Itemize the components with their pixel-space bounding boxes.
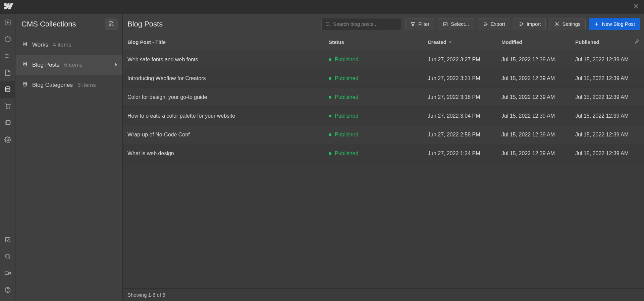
col-modified[interactable]: Modified (501, 39, 575, 45)
col-status[interactable]: Status (329, 39, 428, 45)
table-row[interactable]: Color for design: your go-to guide Publi… (123, 88, 644, 107)
svg-point-16 (326, 22, 329, 25)
svg-point-14 (23, 62, 27, 63)
select-button[interactable]: Select... (438, 18, 474, 30)
status-dot-icon (329, 152, 331, 155)
rail-video-icon[interactable] (0, 265, 15, 282)
sort-desc-icon (448, 41, 452, 44)
select-label: Select... (451, 21, 469, 27)
add-collection-button[interactable] (105, 18, 118, 30)
cell-modified: Jul 15, 2022 12:39 AM (501, 75, 575, 81)
search-icon (325, 21, 330, 27)
status-text: Published (335, 150, 358, 157)
import-label: Import (527, 21, 541, 27)
filter-icon (410, 21, 416, 27)
search-input[interactable] (333, 21, 398, 27)
cell-published: Jul 15, 2022 12:39 AM (575, 132, 639, 138)
svg-point-8 (5, 254, 9, 258)
svg-point-6 (7, 139, 9, 141)
rail-audits-icon[interactable] (0, 231, 15, 248)
svg-rect-7 (5, 237, 10, 242)
svg-point-15 (23, 82, 27, 83)
svg-point-11 (8, 291, 8, 292)
collection-count: 4 items (53, 42, 71, 48)
search-box[interactable] (321, 18, 402, 30)
table-row[interactable]: Introducing Webflow for Creators Publish… (123, 69, 644, 88)
rail-navigator-icon[interactable] (0, 48, 15, 64)
cell-created: Jun 27, 2022 3:21 PM (428, 75, 501, 81)
database-icon (22, 62, 28, 68)
table-footer: Showing 1-6 of 6 (123, 288, 644, 301)
rail-elements-icon[interactable] (0, 31, 15, 48)
icon-rail (0, 14, 15, 301)
col-created[interactable]: Created (428, 39, 501, 45)
collection-label: Blog Categories (32, 82, 73, 88)
rail-help-icon[interactable] (0, 282, 15, 298)
settings-button[interactable]: Settings (549, 18, 585, 30)
collection-label: Works (32, 42, 48, 48)
cell-status: Published (329, 132, 428, 138)
sidebar-item-works[interactable]: Works 4 items (15, 35, 122, 55)
cell-created: Jun 27, 2022 3:18 PM (428, 94, 501, 100)
collection-count: 6 items (64, 62, 83, 68)
rail-cms-icon[interactable] (0, 81, 15, 98)
new-item-button[interactable]: New Blog Post (589, 18, 640, 30)
cell-published: Jul 15, 2022 12:39 AM (575, 57, 639, 63)
table-header: Blog Post - Title Status Created Modifie… (123, 34, 644, 50)
cell-modified: Jul 15, 2022 12:39 AM (501, 132, 575, 138)
filter-button[interactable]: Filter (405, 18, 434, 30)
table-row[interactable]: How to create a color palette for your w… (123, 107, 644, 125)
status-text: Published (335, 94, 358, 100)
sidebar-title: CMS Collections (21, 20, 76, 28)
gear-icon (554, 21, 559, 27)
cell-published: Jul 15, 2022 12:39 AM (575, 150, 639, 157)
svg-point-1 (5, 87, 10, 88)
chevron-right-icon (114, 62, 118, 68)
col-published[interactable]: Published (575, 39, 632, 45)
table-row[interactable]: What is web design Published Jun 27, 202… (123, 144, 644, 163)
sidebar-item-blog-posts[interactable]: Blog Posts 6 items (15, 55, 122, 75)
export-button[interactable]: Export (478, 18, 510, 30)
rail-add-icon[interactable] (0, 14, 15, 31)
svg-rect-17 (444, 22, 447, 26)
main-title: Blog Posts (127, 20, 163, 28)
rail-ecommerce-icon[interactable] (0, 98, 15, 115)
import-icon (519, 21, 524, 27)
webflow-logo-icon[interactable] (4, 3, 13, 11)
main-panel: Blog Posts Filter Select... Export (123, 14, 644, 301)
svg-point-3 (9, 108, 10, 109)
database-icon (22, 42, 28, 48)
svg-point-13 (23, 42, 27, 43)
sidebar-item-blog-categories[interactable]: Blog Categories 3 items (15, 75, 122, 95)
table-row[interactable]: Web safe fonts and web fonts Published J… (123, 50, 644, 69)
col-title[interactable]: Blog Post - Title (127, 39, 329, 45)
export-icon (483, 21, 488, 27)
status-text: Published (335, 75, 358, 81)
rail-pages-icon[interactable] (0, 64, 15, 81)
cell-status: Published (329, 57, 428, 63)
rail-assets-icon[interactable] (0, 115, 15, 131)
top-bar (0, 0, 644, 14)
status-dot-icon (329, 58, 331, 61)
cell-modified: Jul 15, 2022 12:39 AM (501, 57, 575, 63)
cell-title: Web safe fonts and web fonts (127, 57, 329, 63)
import-button[interactable]: Import (514, 18, 546, 30)
cell-published: Jul 15, 2022 12:39 AM (575, 94, 639, 100)
cell-created: Jun 27, 2022 3:27 PM (428, 57, 501, 63)
cell-title: Color for design: your go-to guide (127, 94, 329, 100)
table-row[interactable]: Wrap-up of No-Code Conf Published Jun 27… (123, 125, 644, 144)
cell-modified: Jul 15, 2022 12:39 AM (501, 94, 575, 100)
database-icon (22, 82, 28, 88)
collection-count: 3 items (77, 82, 96, 88)
cell-published: Jul 15, 2022 12:39 AM (575, 113, 639, 119)
pin-icon[interactable] (634, 39, 639, 46)
cell-status: Published (329, 113, 428, 119)
cms-collections-sidebar: CMS Collections Works 4 items Blog Posts… (15, 14, 123, 301)
cell-modified: Jul 15, 2022 12:39 AM (501, 150, 575, 157)
cell-title: Wrap-up of No-Code Conf (127, 132, 329, 138)
cell-title: What is web design (127, 150, 329, 157)
cell-created: Jun 27, 2022 3:04 PM (428, 113, 501, 119)
rail-settings-icon[interactable] (0, 131, 15, 148)
close-icon[interactable] (631, 2, 641, 12)
rail-search-icon[interactable] (0, 248, 15, 265)
